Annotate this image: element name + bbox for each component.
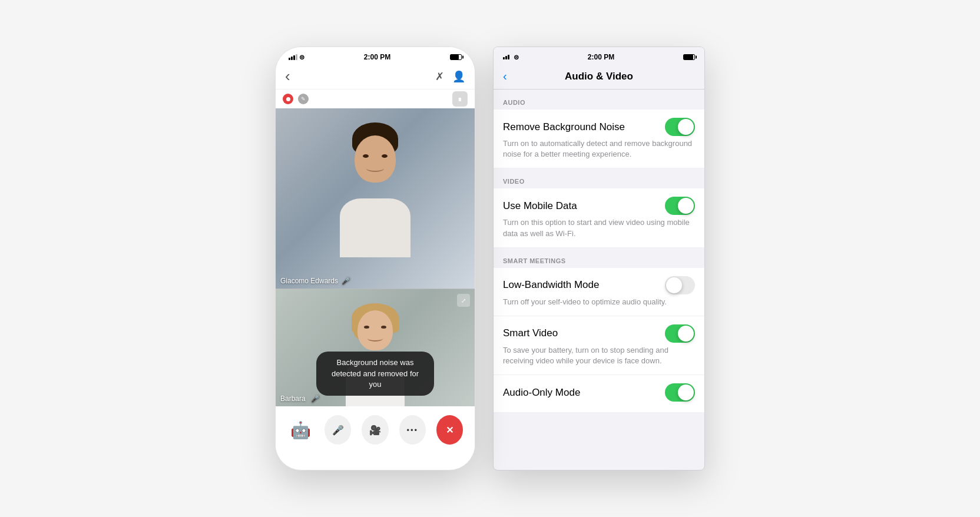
wifi-icon: ⊜	[299, 54, 304, 61]
scene: ⊜ 2:00 PM ‹ ✗ 👤 ✎ ∎	[275, 47, 705, 470]
low-bandwidth-item: Low-Bandwidth Mode Turn off your self-vi…	[494, 268, 704, 316]
bluetooth-icon[interactable]: ✗	[435, 70, 444, 83]
video-top: Giacomo Edwards 🎤	[276, 108, 475, 289]
camera-icon: 🎥	[369, 425, 381, 436]
name-bar-bottom: Barbara 🎤	[280, 395, 320, 403]
phone2-header: ‹ Audio & Video	[494, 64, 704, 90]
remove-bg-noise-row: Remove Background Noise	[503, 118, 695, 136]
phone2-status-bar: ⊜ 2:00 PM	[494, 47, 704, 64]
end-call-icon: ✕	[446, 425, 453, 436]
phone1-time: 2:00 PM	[364, 53, 390, 61]
use-mobile-data-toggle[interactable]	[665, 197, 695, 215]
back-button[interactable]: ‹	[285, 67, 290, 85]
header-icons: ✗ 👤	[435, 70, 465, 83]
more-options-button[interactable]: •••	[399, 415, 426, 445]
phone-settings: ⊜ 2:00 PM ‹ Audio & Video AUDIO Remove B…	[493, 47, 705, 470]
call-controls: 🤖 🎤 🎥 ••• ✕	[276, 406, 475, 453]
recording-bar: ✎ ∎	[276, 90, 475, 108]
settings-back-button[interactable]: ‹	[503, 69, 507, 83]
phone2-signal-area: ⊜	[503, 54, 519, 61]
record-icon[interactable]	[283, 94, 293, 104]
use-mobile-data-item: Use Mobile Data Turn on this option to s…	[494, 188, 704, 247]
smart-video-label: Smart Video	[503, 327, 558, 339]
body-top	[340, 198, 410, 257]
use-mobile-data-row: Use Mobile Data	[503, 197, 695, 215]
smart-video-desc: To save your battery, turn on to stop se…	[503, 345, 695, 366]
robot-button[interactable]: 🤖	[287, 415, 314, 445]
mic-bottom-icon: 🎤	[311, 395, 320, 403]
remove-bg-noise-toggle[interactable]	[665, 118, 695, 136]
mute-button[interactable]: 🎤	[325, 415, 351, 445]
face-top	[355, 135, 396, 183]
person-bottom-name: Barbara	[280, 395, 306, 403]
smart-video-row: Smart Video	[503, 324, 695, 343]
phone-video-call: ⊜ 2:00 PM ‹ ✗ 👤 ✎ ∎	[275, 47, 475, 470]
expand-button[interactable]: ∎	[452, 91, 468, 107]
audio-only-item: Audio-Only Mode	[494, 375, 704, 413]
low-bandwidth-desc: Turn off your self-video to optimize aud…	[503, 297, 695, 307]
phone1-content: ✎ ∎	[276, 90, 475, 453]
video-section-header: VIDEO	[494, 168, 704, 188]
phone2-wifi-icon: ⊜	[514, 54, 519, 61]
smart-meetings-section-header: SMART MEETINGS	[494, 248, 704, 268]
person-top-name: Giacomo Edwards	[280, 277, 338, 285]
use-mobile-data-desc: Turn on this option to start and view vi…	[503, 217, 695, 238]
more-icon: •••	[406, 426, 418, 435]
phone1-header: ‹ ✗ 👤	[276, 64, 475, 90]
smart-video-toggle[interactable]	[665, 324, 695, 343]
toast-text: Background noise was detected and remove…	[332, 358, 419, 388]
person-top-container	[276, 108, 475, 289]
phone2-battery-icon	[683, 54, 695, 60]
audio-only-toggle[interactable]	[665, 383, 695, 402]
signal-area: ⊜	[289, 54, 304, 61]
video-bottom: ⤢ Barbara 🎤 Background noise was detecte…	[276, 289, 475, 406]
audio-only-row: Audio-Only Mode	[503, 383, 695, 402]
settings-title: Audio & Video	[565, 71, 633, 82]
audio-section-header: AUDIO	[494, 90, 704, 110]
video-toggle-button[interactable]: 🎥	[362, 415, 388, 445]
remove-bg-noise-label: Remove Background Noise	[503, 121, 625, 133]
name-bar-top: Giacomo Edwards 🎤	[280, 277, 350, 285]
battery-area	[450, 54, 462, 60]
remove-bg-noise-desc: Turn on to automatically detect and remo…	[503, 138, 695, 160]
toast-notification: Background noise was detected and remove…	[316, 352, 434, 396]
phone1-status-bar: ⊜ 2:00 PM	[276, 47, 475, 64]
signal-bars-icon	[289, 54, 297, 60]
battery-icon	[450, 54, 462, 60]
use-mobile-data-label: Use Mobile Data	[503, 200, 577, 212]
phone2-time: 2:00 PM	[588, 53, 614, 61]
audio-only-label: Audio-Only Mode	[503, 387, 580, 399]
low-bandwidth-row: Low-Bandwidth Mode	[503, 276, 695, 294]
edit-icon[interactable]: ✎	[298, 94, 309, 104]
contacts-icon[interactable]: 👤	[452, 70, 465, 83]
end-call-button[interactable]: ✕	[436, 415, 463, 445]
robot-icon: 🤖	[290, 420, 311, 440]
face-bottom	[357, 310, 393, 350]
phone2-signal-bars	[503, 55, 509, 59]
low-bandwidth-toggle[interactable]	[665, 276, 695, 294]
expand-corner-button[interactable]: ⤢	[457, 294, 470, 307]
remove-bg-noise-item: Remove Background Noise Turn on to autom…	[494, 110, 704, 168]
phone2-battery-area	[683, 54, 695, 60]
low-bandwidth-label: Low-Bandwidth Mode	[503, 279, 599, 291]
mic-green-icon: 🎤	[342, 277, 350, 285]
smart-video-item: Smart Video To save your battery, turn o…	[494, 316, 704, 375]
settings-list: AUDIO Remove Background Noise Turn on to…	[494, 90, 704, 453]
microphone-icon: 🎤	[332, 425, 344, 436]
